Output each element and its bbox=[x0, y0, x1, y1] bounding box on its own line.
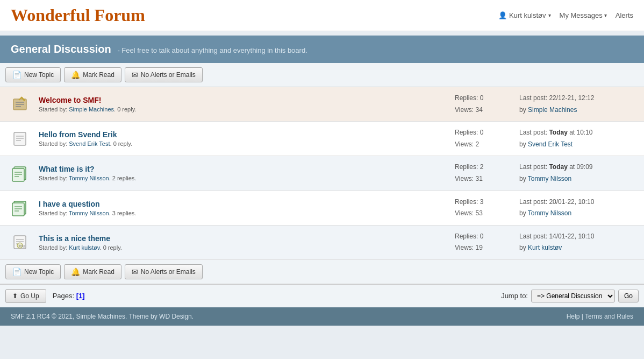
no-alerts-label-top: No Alerts or Emails bbox=[141, 71, 196, 79]
topic-stats: Replies: 0 Views: 19 bbox=[455, 231, 519, 254]
user-dropdown-icon: ▾ bbox=[548, 12, 551, 18]
alerts-label: Alerts bbox=[616, 11, 633, 19]
pages-label: Pages: bbox=[53, 292, 74, 300]
svg-rect-5 bbox=[14, 132, 26, 145]
topic-author-link[interactable]: Tommy Nilsson bbox=[69, 210, 109, 216]
terms-link[interactable]: Terms and Rules bbox=[585, 313, 633, 320]
go-up-button[interactable]: ⬆ Go Up bbox=[5, 289, 46, 303]
last-post-author-link[interactable]: Kurt kulstøv bbox=[528, 244, 562, 251]
user-menu[interactable]: 👤 Kurt kulstøv ▾ bbox=[498, 11, 551, 19]
topic-author-link[interactable]: Svend Erik Test bbox=[69, 140, 110, 147]
table-row: Hello from Svend Erik Started by: Svend … bbox=[0, 122, 644, 156]
mark-read-button-bottom[interactable]: 🔔 Mark Read bbox=[64, 264, 121, 279]
topic-lastpost: Last post: 20/01-22, 10:10 by Tommy Nils… bbox=[519, 196, 638, 220]
new-topic-button-bottom[interactable]: 📄 New Topic bbox=[5, 264, 61, 279]
new-topic-icon-top: 📄 bbox=[12, 71, 22, 79]
table-row: I have a question Started by: Tommy Nils… bbox=[0, 191, 644, 226]
board-subtitle: - Feel free to talk about anything and e… bbox=[117, 46, 307, 54]
page-1-link[interactable]: [1] bbox=[76, 292, 85, 300]
go-up-label: Go Up bbox=[20, 292, 39, 300]
jump-label: Jump to: bbox=[501, 292, 528, 300]
topic-icon-sticky bbox=[6, 96, 33, 113]
topic-stats: Replies: 3 Views: 53 bbox=[455, 196, 519, 220]
my-messages-label: My Messages bbox=[560, 11, 603, 19]
table-row: Welcome to SMF! Started by: Simple Machi… bbox=[0, 87, 644, 122]
alerts-link[interactable]: Alerts bbox=[616, 11, 633, 19]
last-post-author-link[interactable]: Svend Erik Test bbox=[528, 140, 573, 148]
topic-icon-normal bbox=[6, 130, 33, 147]
no-alerts-icon-bottom: ✉ bbox=[132, 268, 138, 276]
mark-read-label-top: Mark Read bbox=[83, 71, 115, 79]
table-row: What time is it? Started by: Tommy Nilss… bbox=[0, 156, 644, 191]
no-alerts-button-bottom[interactable]: ✉ No Alerts or Emails bbox=[125, 264, 203, 279]
jump-go-button[interactable]: Go bbox=[618, 290, 639, 302]
pages-info: Pages: [1] bbox=[53, 292, 85, 300]
go-up-bar: ⬆ Go Up Pages: [1] Jump to: => General D… bbox=[0, 284, 644, 307]
topic-icon-replies bbox=[6, 199, 33, 216]
jump-bar: Jump to: => General Discussion Go bbox=[501, 290, 639, 302]
topic-title-link[interactable]: I have a question bbox=[39, 200, 100, 208]
topic-started: Started by: Tommy Nilsson. 3 replies. bbox=[39, 210, 449, 216]
topic-lastpost: Last post: Today at 10:10 by Svend Erik … bbox=[519, 127, 638, 150]
topic-info: Welcome to SMF! Started by: Simple Machi… bbox=[33, 96, 455, 112]
topic-icon-replies bbox=[6, 165, 33, 182]
table-row: img This is a nice theme Started by: Kur… bbox=[0, 226, 644, 260]
svg-rect-15 bbox=[12, 203, 24, 216]
topic-author-link[interactable]: Kurt kulstøv bbox=[69, 244, 99, 251]
topic-started: Started by: Simple Machines. 0 reply. bbox=[39, 106, 449, 112]
new-topic-label-bottom: New Topic bbox=[24, 268, 54, 276]
topic-lastpost: Last post: Today at 09:09 by Tommy Nilss… bbox=[519, 161, 638, 185]
new-topic-label-top: New Topic bbox=[24, 71, 54, 79]
last-post-author-link[interactable]: Tommy Nilsson bbox=[528, 175, 571, 182]
bottom-action-bar: 📄 New Topic 🔔 Mark Read ✉ No Alerts or E… bbox=[0, 260, 644, 284]
topic-started: Started by: Tommy Nilsson. 2 replies. bbox=[39, 175, 449, 181]
topic-started: Started by: Kurt kulstøv. 0 reply. bbox=[39, 244, 449, 251]
go-up-icon: ⬆ bbox=[12, 292, 18, 300]
topic-lastpost: Last post: 14/01-22, 10:10 by Kurt kulst… bbox=[519, 231, 638, 254]
topic-info: This is a nice theme Started by: Kurt ku… bbox=[33, 234, 455, 251]
site-title: Wonderful Forum bbox=[11, 5, 145, 25]
mark-read-button-top[interactable]: 🔔 Mark Read bbox=[64, 67, 121, 82]
no-alerts-label-bottom: No Alerts or Emails bbox=[141, 268, 196, 276]
no-alerts-button-top[interactable]: ✉ No Alerts or Emails bbox=[125, 67, 203, 82]
topic-title-link[interactable]: What time is it? bbox=[39, 165, 94, 173]
topic-lastpost: Last post: 22/12-21, 12:12 by Simple Mac… bbox=[519, 93, 638, 116]
topic-started: Started by: Svend Erik Test. 0 reply. bbox=[39, 140, 449, 147]
footer: SMF 2.1 RC4 © 2021, Simple Machines. The… bbox=[0, 307, 644, 326]
topic-title-link[interactable]: Hello from Svend Erik bbox=[39, 130, 117, 139]
topic-info: I have a question Started by: Tommy Nils… bbox=[33, 200, 455, 216]
topic-list: Welcome to SMF! Started by: Simple Machi… bbox=[0, 87, 644, 260]
new-topic-button-top[interactable]: 📄 New Topic bbox=[5, 67, 61, 82]
topic-title-link[interactable]: This is a nice theme bbox=[39, 234, 110, 243]
help-link[interactable]: Help bbox=[567, 313, 580, 320]
topic-info: Hello from Svend Erik Started by: Svend … bbox=[33, 130, 455, 147]
topic-author-link[interactable]: Tommy Nilsson bbox=[69, 175, 109, 181]
last-post-author-link[interactable]: Simple Machines bbox=[528, 106, 577, 114]
topic-stats: Replies: 0 Views: 34 bbox=[455, 93, 519, 116]
topic-stats: Replies: 2 Views: 31 bbox=[455, 161, 519, 185]
jump-select[interactable]: => General Discussion bbox=[531, 290, 615, 302]
svg-rect-10 bbox=[12, 168, 24, 181]
last-post-author-link[interactable]: Tommy Nilsson bbox=[528, 209, 571, 217]
footer-links: Help | Terms and Rules bbox=[567, 313, 633, 320]
board-title: General Discussion bbox=[11, 43, 111, 55]
topic-stats: Replies: 0 Views: 2 bbox=[455, 127, 519, 150]
top-action-bar: 📄 New Topic 🔔 Mark Read ✉ No Alerts or E… bbox=[0, 63, 644, 87]
my-messages-menu[interactable]: My Messages ▾ bbox=[560, 11, 607, 19]
username-label: Kurt kulstøv bbox=[509, 11, 546, 19]
svg-text:img: img bbox=[19, 244, 25, 248]
footer-copyright: SMF 2.1 RC4 © 2021, Simple Machines. The… bbox=[11, 313, 194, 320]
mark-read-icon-top: 🔔 bbox=[71, 71, 80, 79]
topic-icon-normal: img bbox=[6, 234, 33, 251]
user-icon: 👤 bbox=[498, 11, 507, 19]
new-topic-icon-bottom: 📄 bbox=[12, 268, 22, 276]
topic-info: What time is it? Started by: Tommy Nilss… bbox=[33, 165, 455, 181]
mark-read-icon-bottom: 🔔 bbox=[71, 268, 80, 276]
topic-author-link[interactable]: Simple Machines bbox=[69, 106, 114, 112]
no-alerts-icon-top: ✉ bbox=[132, 71, 138, 79]
mark-read-label-bottom: Mark Read bbox=[83, 268, 115, 276]
topic-title-link[interactable]: Welcome to SMF! bbox=[39, 96, 101, 104]
my-messages-dropdown-icon: ▾ bbox=[604, 12, 607, 18]
